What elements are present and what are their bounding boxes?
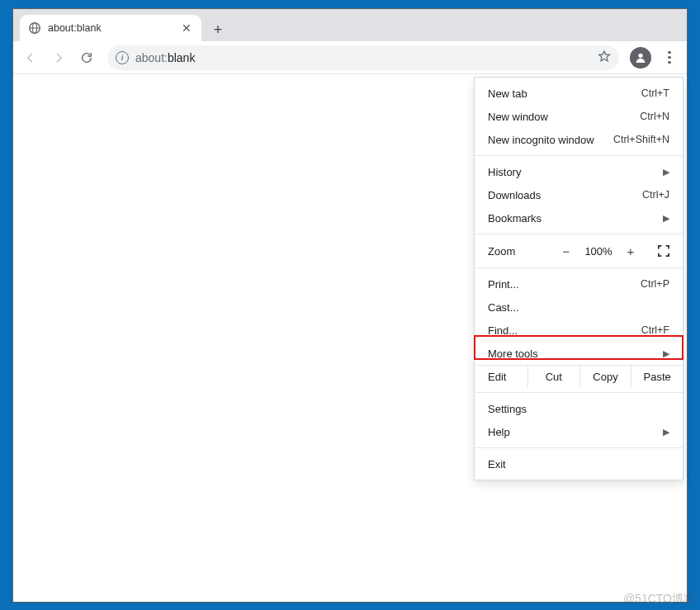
toolbar: i about:blank <box>13 41 687 74</box>
zoom-in-button[interactable]: + <box>618 244 643 258</box>
tab-strip: about:blank ✕ + <box>13 9 687 41</box>
menu-button[interactable] <box>657 45 682 70</box>
profile-avatar[interactable] <box>630 47 651 69</box>
menu-find[interactable]: Find...Ctrl+F <box>475 319 683 342</box>
menu-separator <box>475 447 683 448</box>
close-tab-button[interactable]: ✕ <box>180 21 193 35</box>
forward-button[interactable] <box>46 45 71 70</box>
menu-settings[interactable]: Settings <box>475 397 683 420</box>
edit-label: Edit <box>475 366 527 388</box>
address-bar[interactable]: i about:blank <box>107 45 619 70</box>
zoom-value: 100% <box>579 245 618 258</box>
bookmark-star-icon[interactable] <box>598 50 611 65</box>
menu-separator <box>475 155 683 156</box>
menu-copy[interactable]: Copy <box>579 366 631 388</box>
menu-history[interactable]: History▶ <box>475 160 683 183</box>
menu-new-tab[interactable]: New tabCtrl+T <box>475 82 683 105</box>
zoom-label: Zoom <box>488 245 554 258</box>
menu-downloads[interactable]: DownloadsCtrl+J <box>475 183 683 206</box>
chevron-right-icon: ▶ <box>663 213 669 224</box>
new-tab-button[interactable]: + <box>206 18 229 41</box>
browser-tab[interactable]: about:blank ✕ <box>20 15 201 41</box>
fullscreen-button[interactable] <box>658 245 669 257</box>
menu-help[interactable]: Help▶ <box>475 420 683 443</box>
menu-cast[interactable]: Cast... <box>475 296 683 319</box>
chrome-menu: New tabCtrl+T New windowCtrl+N New incog… <box>474 77 683 480</box>
reload-button[interactable] <box>74 45 99 70</box>
menu-separator <box>475 234 683 234</box>
svg-marker-7 <box>599 51 610 61</box>
address-text: about:blank <box>135 51 591 64</box>
tab-title: about:blank <box>48 22 173 34</box>
menu-new-incognito[interactable]: New incognito windowCtrl+Shift+N <box>475 128 683 151</box>
svg-point-8 <box>638 53 642 57</box>
site-info-icon[interactable]: i <box>116 51 129 64</box>
menu-separator <box>475 267 683 268</box>
menu-paste[interactable]: Paste <box>631 366 683 388</box>
menu-new-window[interactable]: New windowCtrl+N <box>475 105 683 128</box>
menu-bookmarks[interactable]: Bookmarks▶ <box>475 206 683 229</box>
chevron-right-icon: ▶ <box>663 167 669 177</box>
menu-exit[interactable]: Exit <box>475 452 683 475</box>
menu-zoom: Zoom − 100% + <box>475 239 683 263</box>
menu-cut[interactable]: Cut <box>527 366 579 388</box>
globe-icon <box>28 21 41 35</box>
menu-print[interactable]: Print...Ctrl+P <box>475 272 683 296</box>
menu-more-tools[interactable]: More tools▶ <box>475 342 683 365</box>
zoom-out-button[interactable]: − <box>554 244 579 258</box>
chevron-right-icon: ▶ <box>663 427 669 437</box>
menu-separator <box>475 392 683 393</box>
menu-edit-row: Edit Cut Copy Paste <box>475 365 683 388</box>
back-button[interactable] <box>18 45 43 70</box>
watermark: @51CTO博客 <box>623 592 695 607</box>
browser-window: about:blank ✕ + i about:blank New tabCtr… <box>12 8 688 603</box>
chevron-right-icon: ▶ <box>663 348 669 359</box>
